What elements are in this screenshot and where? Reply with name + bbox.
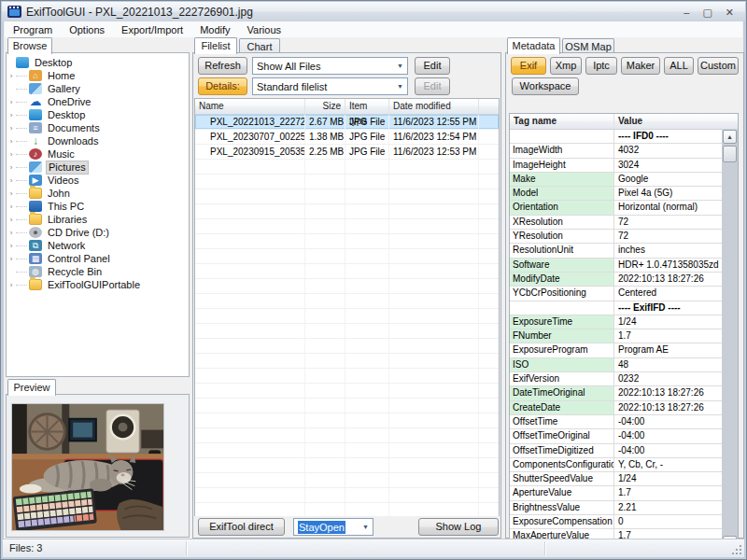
- metadata-row[interactable]: BrightnessValue2.21: [510, 501, 722, 515]
- column-name[interactable]: Name: [195, 99, 305, 114]
- tree-item-gallery[interactable]: Gallery: [7, 82, 189, 95]
- refresh-button[interactable]: Refresh: [198, 57, 247, 75]
- file-row[interactable]: PXL_20221013_2227269012.67 MBJPG File11/…: [195, 115, 499, 130]
- expand-icon[interactable]: ›: [7, 203, 16, 211]
- column-size[interactable]: Size: [305, 99, 345, 114]
- expand-icon[interactable]: ›: [7, 72, 16, 80]
- expand-icon[interactable]: ›: [7, 163, 16, 172]
- metadata-row[interactable]: OrientationHorizontal (normal): [510, 201, 722, 215]
- metadata-row[interactable]: ExposureCompensation0: [510, 515, 722, 529]
- menu-modify[interactable]: Modify: [191, 23, 238, 36]
- tree-item-this-pc[interactable]: ›This PC: [7, 200, 189, 213]
- menu-export-import[interactable]: Export/Import: [113, 23, 191, 36]
- metadata-row[interactable]: FNumber1.7: [510, 329, 722, 343]
- metadata-row[interactable]: YResolution72: [510, 230, 722, 244]
- tree-item-desktop[interactable]: ›Desktop: [7, 108, 189, 121]
- tree-item-control-panel[interactable]: ›▦Control Panel: [7, 252, 189, 265]
- format-button-maker[interactable]: Maker: [621, 57, 660, 75]
- column-item-type[interactable]: Item type: [345, 99, 389, 114]
- scrollbar-thumb[interactable]: [723, 146, 737, 162]
- expand-icon[interactable]: ›: [7, 124, 16, 133]
- expand-icon[interactable]: ›: [7, 229, 16, 237]
- metadata-row[interactable]: ShutterSpeedValue1/24: [510, 472, 722, 486]
- tree-item-onedrive[interactable]: ›☁OneDrive: [7, 95, 189, 108]
- expand-icon[interactable]: ›: [7, 111, 16, 119]
- metadata-row[interactable]: ComponentsConfigurationY, Cb, Cr, -: [510, 458, 722, 472]
- metadata-row[interactable]: OffsetTime-04:00: [510, 415, 722, 429]
- tab-filelist[interactable]: Filelist: [194, 37, 237, 54]
- show-log-button[interactable]: Show Log window: [418, 518, 499, 536]
- tree-item-documents[interactable]: ›≡Documents: [7, 121, 189, 134]
- metadata-row[interactable]: DateTimeOriginal2022:10:13 18:27:26: [510, 386, 722, 400]
- file-filter-select[interactable]: Show All Files ▼: [252, 57, 408, 75]
- metadata-row[interactable]: ExposureProgramProgram AE: [510, 343, 722, 357]
- tree-item-home[interactable]: ›⌂Home: [7, 69, 189, 82]
- expand-icon[interactable]: ›: [7, 150, 16, 159]
- metadata-row[interactable]: ModelPixel 4a (5G): [510, 187, 722, 201]
- tree-item-videos[interactable]: ›▶Videos: [7, 174, 189, 187]
- workspace-button[interactable]: Workspace: [512, 77, 579, 95]
- tree-item-network[interactable]: ›⧉Network: [7, 239, 189, 252]
- metadata-row[interactable]: XResolution72: [510, 216, 722, 230]
- format-button-iptc[interactable]: Iptc: [585, 57, 617, 75]
- metadata-scrollbar[interactable]: ▲ ▼: [722, 130, 738, 550]
- metadata-row[interactable]: OffsetTimeOriginal-04:00: [510, 429, 722, 443]
- column-tag-name[interactable]: Tag name: [510, 114, 614, 129]
- metadata-row[interactable]: ResolutionUnitinches: [510, 244, 722, 258]
- expand-icon[interactable]: ›: [7, 98, 16, 106]
- metadata-row[interactable]: ModifyDate2022:10:13 18:27:26: [510, 273, 722, 287]
- file-row[interactable]: PXL_20230707_0022598131.38 MBJPG File11/…: [195, 130, 499, 145]
- tree-item-exiftoolguiportable[interactable]: ›ExifToolGUIPortable: [7, 278, 189, 291]
- tab-preview[interactable]: Preview: [7, 379, 56, 396]
- file-row[interactable]: PXL_20230915_2053519782.25 MBJPG File11/…: [195, 145, 499, 160]
- minimize-button[interactable]: –: [684, 6, 689, 19]
- expand-icon[interactable]: ›: [7, 137, 16, 146]
- format-button-exif[interactable]: Exif: [511, 57, 546, 75]
- maximize-button[interactable]: ▢: [702, 6, 712, 19]
- format-button-custom[interactable]: Custom: [698, 57, 739, 75]
- expand-icon[interactable]: ›: [7, 242, 16, 250]
- menu-program[interactable]: Program: [5, 23, 61, 36]
- format-button-all[interactable]: ALL: [664, 57, 694, 75]
- metadata-row[interactable]: MakeGoogle: [510, 173, 722, 187]
- resize-grip[interactable]: [731, 544, 742, 555]
- filelist-type-select[interactable]: Standard filelist ▼: [252, 77, 408, 95]
- metadata-row[interactable]: SoftwareHDR+ 1.0.471358035zd: [510, 259, 722, 273]
- expand-icon[interactable]: ›: [7, 216, 16, 224]
- tree-item-libraries[interactable]: ›Libraries: [7, 213, 189, 226]
- menu-options[interactable]: Options: [61, 23, 113, 36]
- expand-icon[interactable]: ›: [7, 189, 16, 198]
- edit-filelist-button[interactable]: Edit: [415, 77, 450, 95]
- metadata-row[interactable]: ImageHeight3024: [510, 159, 722, 173]
- expand-icon[interactable]: ›: [7, 281, 16, 289]
- metadata-row[interactable]: CreateDate2022:10:13 18:27:26: [510, 401, 722, 415]
- column-value[interactable]: Value: [614, 114, 738, 129]
- tree-item-recycle-bin[interactable]: ◍Recycle Bin: [7, 265, 189, 278]
- metadata-row[interactable]: OffsetTimeDigitized-04:00: [510, 444, 722, 458]
- metadata-row[interactable]: ImageWidth4032: [510, 144, 722, 158]
- metadata-row[interactable]: YCbCrPositioningCentered: [510, 287, 722, 301]
- tree-item-pictures[interactable]: ›Pictures: [7, 161, 189, 174]
- metadata-row[interactable]: ExposureTime1/24: [510, 315, 722, 329]
- tab-metadata[interactable]: Metadata: [507, 37, 560, 54]
- details-button[interactable]: Details:: [198, 77, 247, 95]
- expand-icon[interactable]: ›: [7, 255, 16, 263]
- format-button-xmp[interactable]: Xmp: [550, 57, 582, 75]
- column-date-modified[interactable]: Date modified: [389, 99, 479, 114]
- edit-filter-button[interactable]: Edit: [415, 57, 450, 75]
- close-button[interactable]: ✕: [726, 6, 734, 19]
- tree-item-music[interactable]: ›♪Music: [7, 147, 189, 161]
- exiftool-direct-button[interactable]: ExifTool direct: [198, 518, 285, 536]
- tab-browse[interactable]: Browse: [7, 37, 52, 54]
- tree-item-cd-drive-d-[interactable]: ›●CD Drive (D:): [7, 226, 189, 239]
- metadata-row[interactable]: ISO48: [510, 358, 722, 372]
- tree-item-downloads[interactable]: ›↓Downloads: [7, 134, 189, 147]
- metadata-row[interactable]: ExifVersion0232: [510, 372, 722, 386]
- stayopen-select[interactable]: StayOpen ▼: [293, 518, 374, 536]
- tree-item-desktop[interactable]: Desktop: [7, 56, 189, 69]
- menu-various[interactable]: Various: [239, 23, 289, 36]
- expand-icon[interactable]: ›: [7, 176, 16, 185]
- tree-item-john[interactable]: ›John: [7, 187, 189, 200]
- scroll-up-icon[interactable]: ▲: [723, 130, 737, 144]
- metadata-row[interactable]: ApertureValue1.7: [510, 486, 722, 500]
